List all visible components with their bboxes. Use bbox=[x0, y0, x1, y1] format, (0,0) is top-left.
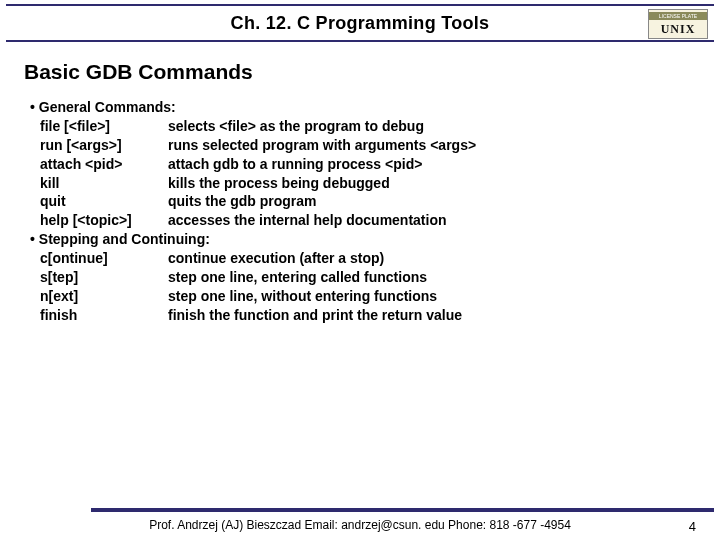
command-row: help [<topic>] accesses the internal hel… bbox=[40, 211, 690, 230]
header-title: Ch. 12. C Programming Tools bbox=[231, 13, 490, 34]
header-bar: Ch. 12. C Programming Tools LICENSE PLAT… bbox=[6, 4, 714, 42]
command-desc: continue execution (after a stop) bbox=[168, 249, 690, 268]
command-desc: step one line, without entering function… bbox=[168, 287, 690, 306]
group-heading-0: • General Commands: bbox=[30, 98, 690, 117]
command-row: attach <pid> attach gdb to a running pro… bbox=[40, 155, 690, 174]
command-name: s[tep] bbox=[40, 268, 168, 287]
command-row: n[ext] step one line, without entering f… bbox=[40, 287, 690, 306]
command-row: s[tep] step one line, entering called fu… bbox=[40, 268, 690, 287]
command-name: c[ontinue] bbox=[40, 249, 168, 268]
command-name: help [<topic>] bbox=[40, 211, 168, 230]
command-desc: attach gdb to a running process <pid> bbox=[168, 155, 690, 174]
logo-top-text: LICENSE PLATE bbox=[649, 12, 707, 20]
group-heading-1: • Stepping and Continuing: bbox=[30, 230, 690, 249]
command-name: attach <pid> bbox=[40, 155, 168, 174]
page-number: 4 bbox=[689, 519, 696, 534]
command-desc: step one line, entering called functions bbox=[168, 268, 690, 287]
command-desc: kills the process being debugged bbox=[168, 174, 690, 193]
section-title: Basic GDB Commands bbox=[24, 60, 720, 84]
command-name: n[ext] bbox=[40, 287, 168, 306]
command-name: run [<args>] bbox=[40, 136, 168, 155]
command-row: finish finish the function and print the… bbox=[40, 306, 690, 325]
command-row: c[ontinue] continue execution (after a s… bbox=[40, 249, 690, 268]
command-row: run [<args>] runs selected program with … bbox=[40, 136, 690, 155]
command-name: file [<file>] bbox=[40, 117, 168, 136]
command-name: kill bbox=[40, 174, 168, 193]
command-row: kill kills the process being debugged bbox=[40, 174, 690, 193]
footer: Prof. Andrzej (AJ) Bieszczad Email: andr… bbox=[0, 508, 720, 540]
command-row: quit quits the gdb program bbox=[40, 192, 690, 211]
command-desc: accesses the internal help documentation bbox=[168, 211, 690, 230]
command-row: file [<file>] selects <file> as the prog… bbox=[40, 117, 690, 136]
content-body: • General Commands: file [<file>] select… bbox=[30, 98, 690, 325]
command-name: finish bbox=[40, 306, 168, 325]
footer-text: Prof. Andrzej (AJ) Bieszczad Email: andr… bbox=[0, 512, 720, 532]
logo-main-text: UNIX bbox=[661, 20, 696, 37]
command-desc: finish the function and print the return… bbox=[168, 306, 690, 325]
command-desc: quits the gdb program bbox=[168, 192, 690, 211]
command-desc: selects <file> as the program to debug bbox=[168, 117, 690, 136]
command-name: quit bbox=[40, 192, 168, 211]
command-desc: runs selected program with arguments <ar… bbox=[168, 136, 690, 155]
unix-logo: LICENSE PLATE UNIX bbox=[648, 9, 708, 39]
